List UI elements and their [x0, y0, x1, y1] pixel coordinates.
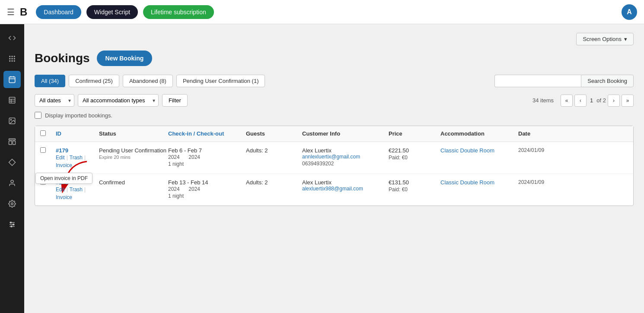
row-1-edit[interactable]: Edit	[56, 155, 65, 161]
sidebar-item-diamond[interactable]	[3, 154, 21, 171]
svg-point-28	[10, 222, 12, 223]
sidebar	[0, 24, 24, 313]
row-2-nights: 1 night	[168, 193, 246, 199]
tab-confirmed[interactable]: Confirmed (25)	[69, 75, 119, 87]
current-page: 1	[588, 97, 595, 104]
row-2-trash[interactable]: Trash	[70, 187, 83, 193]
page-header: Bookings New Booking	[35, 51, 634, 66]
row-1-status-cell: Pending User Confirmation Expire 20 mins	[99, 147, 168, 160]
th-id[interactable]: ID	[56, 130, 99, 137]
svg-point-18	[10, 119, 11, 120]
svg-rect-19	[9, 139, 16, 140]
row-1-checkin-year: 2024	[168, 154, 180, 160]
row-1-accommodation-cell: Classic Double Room	[440, 147, 518, 154]
row-2-edit[interactable]: Edit	[56, 187, 65, 193]
row-1-price-cell: €221.50 Paid: €0	[389, 147, 440, 161]
row-2-checkin-year: 2024	[168, 186, 180, 192]
svg-rect-3	[9, 58, 10, 60]
row-2-customer-cell: Alex Luertix alexluertix988@gmail.com	[302, 179, 389, 192]
row-1-customer-cell: Alex Luertix annlexluertix@gmail.com 063…	[302, 147, 389, 167]
row-1-id[interactable]: #179	[56, 147, 99, 154]
table-row: #175 Edit | Trash | Invoice Confirmed Fe…	[35, 174, 633, 206]
sidebar-item-table[interactable]	[3, 92, 21, 109]
sidebar-item-settings[interactable]	[3, 195, 21, 212]
main-content: Screen Options ▾ Bookings New Booking Al…	[24, 24, 644, 313]
widget-script-button[interactable]: Widget Script	[86, 5, 138, 19]
last-page-button[interactable]: »	[622, 95, 634, 107]
row-1-date: 2024/01/09	[518, 147, 574, 153]
row-1-guests: Adults: 2	[246, 147, 302, 154]
sidebar-item-calendar[interactable]	[3, 71, 21, 88]
th-checkin[interactable]: Check-in / Check-out	[168, 130, 246, 137]
row-1-customer-name: Alex Luertix	[302, 147, 389, 154]
row-2-accommodation[interactable]: Classic Double Room	[440, 179, 494, 186]
sidebar-item-sliders[interactable]	[3, 216, 21, 233]
tab-all[interactable]: All (34)	[35, 75, 65, 87]
row-1-id-cell: #179 Edit | Trash | Invoice Open invoice…	[56, 147, 99, 168]
dashboard-button[interactable]: Dashboard	[36, 5, 81, 19]
sidebar-item-layout[interactable]	[3, 133, 21, 150]
row-1-dates-cell: Feb 6 - Feb 7 2024 2024 1 night	[168, 147, 246, 167]
tab-pending[interactable]: Pending User Confirmation (1)	[176, 75, 265, 87]
row-1-checkbox[interactable]	[40, 147, 46, 153]
search-input[interactable]	[494, 75, 581, 87]
new-booking-button[interactable]: New Booking	[97, 51, 153, 66]
filter-button[interactable]: Filter	[162, 94, 188, 107]
row-1-nights: 1 night	[168, 161, 246, 167]
dates-filter[interactable]: All dates	[35, 94, 74, 107]
sidebar-item-grid[interactable]	[3, 50, 21, 67]
row-1-date-sep: -	[184, 147, 188, 154]
row-2-checkin-date: Feb 13	[168, 179, 185, 186]
svg-rect-6	[9, 60, 10, 62]
svg-rect-1	[12, 56, 13, 57]
lifetime-subscription-button[interactable]: Lifetime subscription	[143, 5, 214, 19]
row-1-tooltip: Open invoice in PDF	[35, 173, 92, 184]
select-all-checkbox[interactable]	[40, 130, 46, 136]
svg-rect-2	[14, 56, 15, 57]
row-2-customer-email[interactable]: alexluertix988@gmail.com	[302, 186, 389, 192]
sidebar-item-code[interactable]	[3, 29, 21, 47]
row-1-actions: Edit | Trash | Invoice Open invoice in P…	[56, 155, 99, 168]
display-imported-label: Display imported bookings.	[45, 112, 112, 119]
items-count: 34 items	[532, 97, 554, 104]
screen-options-button[interactable]: Screen Options ▾	[576, 33, 634, 45]
svg-rect-5	[14, 58, 15, 60]
row-2-checkout-date: Feb 14	[191, 179, 208, 186]
screen-options-label: Screen Options	[583, 36, 622, 42]
next-page-button[interactable]: ›	[608, 95, 620, 107]
row-1-price: €221.50	[389, 147, 440, 154]
svg-rect-13	[9, 97, 15, 103]
accommodation-filter-wrapper: All accommodation types	[78, 94, 159, 107]
avatar[interactable]: A	[622, 4, 637, 20]
row-1-customer-phone: 06394939202	[302, 161, 389, 167]
main-layout: Screen Options ▾ Bookings New Booking Al…	[0, 24, 644, 313]
hamburger-menu[interactable]: ☰	[7, 7, 15, 17]
display-imported-checkbox[interactable]	[35, 112, 41, 119]
row-2-price-cell: €131.50 Paid: €0	[389, 179, 440, 193]
first-page-button[interactable]: «	[561, 95, 573, 107]
svg-rect-8	[14, 60, 15, 62]
sidebar-item-image[interactable]	[3, 112, 21, 130]
row-2-date: 2024/01/09	[518, 179, 574, 185]
sidebar-item-users[interactable]	[3, 174, 21, 192]
row-1-checkin-date: Feb 6	[168, 147, 182, 154]
prev-page-button[interactable]: ‹	[574, 95, 587, 107]
th-date: Date	[518, 130, 574, 137]
row-1-accommodation[interactable]: Classic Double Room	[440, 147, 494, 154]
svg-rect-9	[9, 77, 15, 83]
row-2-invoice[interactable]: Invoice	[56, 194, 72, 200]
row-1-checkout-date: Feb 7	[188, 147, 202, 154]
row-2-paid: Paid: €0	[389, 187, 440, 193]
accommodation-filter[interactable]: All accommodation types	[78, 94, 159, 107]
screen-options-bar: Screen Options ▾	[35, 33, 634, 45]
row-2-price: €131.50	[389, 179, 440, 186]
row-1-expire: Expire 20 mins	[99, 155, 168, 160]
svg-rect-0	[9, 56, 10, 57]
row-1-trash[interactable]: Trash	[70, 155, 83, 161]
row-1-status: Pending User Confirmation	[99, 147, 168, 154]
tab-abandoned[interactable]: Abandoned (8)	[123, 75, 173, 87]
row-1-invoice[interactable]: Invoice	[56, 162, 72, 168]
dates-filter-wrapper: All dates	[35, 94, 74, 107]
search-booking-button[interactable]: Search Booking	[581, 75, 634, 87]
row-1-customer-email[interactable]: annlexluertix@gmail.com	[302, 154, 389, 160]
